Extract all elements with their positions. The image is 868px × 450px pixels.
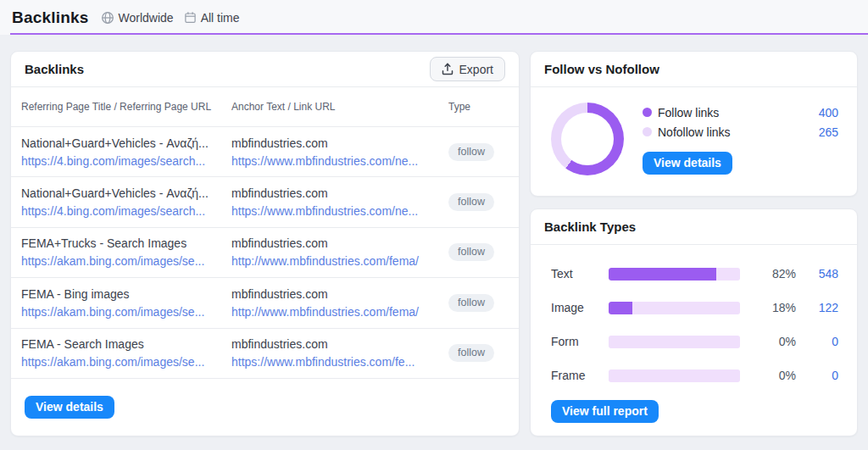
type-badge: follow (448, 294, 494, 312)
type-count-link[interactable]: 0 (796, 335, 838, 348)
table-row: FEMA - Bing images https://akam.bing.com… (11, 278, 519, 328)
anchor-text: mbfindustries.com (231, 337, 437, 351)
type-bar-fill (609, 302, 632, 314)
donut-hole (561, 113, 614, 165)
referring-page-title: FEMA - Search Images (21, 337, 220, 351)
types-card-body: Text 82% 548 Image 18% 122 Form 0% 0 Fra… (531, 245, 857, 392)
page-title: Backlinks (12, 8, 89, 27)
type-row-frame: Frame 0% 0 (551, 358, 838, 392)
referring-page-url-link[interactable]: https://4.bing.com/images/search... (21, 204, 220, 218)
top-header: Backlinks Worldwide All time (0, 0, 868, 35)
type-count-link[interactable]: 0 (796, 369, 838, 382)
referring-page-title: National+Guard+Vehicles - Αναζή... (21, 136, 220, 150)
type-percentage: 0% (745, 369, 796, 382)
column-header-type: Type (448, 101, 519, 113)
view-full-report-button[interactable]: View full report (551, 400, 659, 423)
view-details-button[interactable]: View details (643, 152, 732, 175)
export-icon (442, 63, 453, 75)
backlinks-card: Backlinks Export Referring Page Title / … (10, 51, 520, 436)
type-label: Text (551, 267, 609, 281)
types-footer: View full report (531, 392, 857, 423)
type-bar (609, 302, 740, 314)
follow-card-body: Follow links 400 Nofollow links 265 View… (531, 87, 857, 175)
backlink-types-card: Backlink Types Text 82% 548 Image 18% 12… (530, 208, 858, 436)
type-bar (609, 268, 740, 281)
legend-row-nofollow: Nofollow links 265 (643, 122, 838, 142)
anchor-text: mbfindustries.com (231, 287, 437, 301)
type-percentage: 18% (745, 301, 796, 314)
column-header-anchor: Anchor Text / Link URL (231, 101, 448, 113)
follow-vs-nofollow-card: Follow vs Nofollow Follow links 400 Nofo… (530, 51, 858, 197)
link-url-link[interactable]: http://www.mbfindustries.com/fema/ (231, 254, 437, 268)
referring-page-url-link[interactable]: https://akam.bing.com/images/se... (21, 305, 220, 319)
link-url-link[interactable]: https://www.mbfindustries.com/ne... (231, 154, 437, 168)
backlinks-card-header: Backlinks Export (11, 52, 519, 87)
link-url-link[interactable]: https://www.mbfindustries.com/fe... (231, 355, 437, 369)
types-card-header: Backlink Types (531, 209, 857, 245)
legend-row-follow: Follow links 400 (643, 103, 838, 122)
follow-card-header: Follow vs Nofollow (531, 52, 857, 87)
nofollow-count-link[interactable]: 265 (819, 125, 838, 139)
type-count-link[interactable]: 548 (796, 267, 838, 281)
export-button[interactable]: Export (430, 57, 505, 81)
scope-worldwide[interactable]: Worldwide (101, 11, 174, 25)
table-row: National+Guard+Vehicles - Αναζή... https… (11, 127, 519, 177)
type-badge: follow (448, 243, 494, 261)
follow-card-title: Follow vs Nofollow (544, 62, 659, 76)
calendar-icon (184, 11, 197, 24)
legend-button-wrap: View details (643, 152, 838, 175)
referring-page-url-link[interactable]: https://4.bing.com/images/search... (21, 154, 220, 168)
referring-page-url-link[interactable]: https://akam.bing.com/images/se... (21, 254, 220, 268)
follow-count-link[interactable]: 400 (819, 106, 838, 119)
type-badge: follow (448, 193, 494, 211)
view-details-button[interactable]: View details (25, 396, 114, 419)
referring-page-title: FEMA - Bing images (21, 287, 220, 301)
type-row-form: Form 0% 0 (551, 325, 838, 358)
types-card-title: Backlink Types (544, 219, 636, 234)
referring-page-url-link[interactable]: https://akam.bing.com/images/se... (21, 355, 220, 369)
donut-legend: Follow links 400 Nofollow links 265 View… (643, 103, 838, 175)
table-row: FEMA - Search Images https://akam.bing.c… (11, 329, 519, 379)
anchor-text: mbfindustries.com (231, 236, 437, 250)
globe-icon (101, 11, 114, 25)
table-row: FEMA+Trucks - Search Images https://akam… (11, 228, 519, 278)
type-bar (609, 336, 740, 348)
follow-dot-icon (643, 108, 652, 117)
period-all-time[interactable]: All time (184, 11, 240, 25)
purple-divider (10, 33, 868, 35)
type-percentage: 0% (745, 335, 796, 348)
type-bar (609, 369, 740, 382)
anchor-text: mbfindustries.com (231, 136, 437, 150)
period-label: All time (201, 11, 240, 25)
type-badge: follow (448, 344, 494, 362)
scope-label: Worldwide (119, 11, 174, 25)
table-row: National+Guard+Vehicles - Αναζή... https… (11, 177, 519, 227)
anchor-text: mbfindustries.com (231, 186, 437, 200)
follow-legend-label: Follow links (658, 106, 719, 119)
nofollow-dot-icon (643, 127, 652, 136)
table-footer: View details (11, 379, 519, 436)
backlinks-card-title: Backlinks (25, 62, 84, 76)
type-row-image: Image 18% 122 (551, 291, 838, 325)
type-row-text: Text 82% 548 (551, 257, 838, 291)
referring-page-title: National+Guard+Vehicles - Αναζή... (21, 186, 220, 200)
table-body: National+Guard+Vehicles - Αναζή... https… (11, 127, 519, 379)
type-label: Frame (551, 369, 609, 382)
type-percentage: 82% (745, 267, 796, 281)
follow-nofollow-donut-chart (551, 103, 624, 175)
link-url-link[interactable]: https://www.mbfindustries.com/ne... (231, 204, 437, 218)
type-label: Form (551, 335, 609, 348)
export-label: Export (459, 63, 493, 76)
referring-page-title: FEMA+Trucks - Search Images (21, 236, 220, 250)
link-url-link[interactable]: http://www.mbfindustries.com/fema/ (231, 305, 437, 319)
table-header-row: Referring Page Title / Referring Page UR… (11, 87, 519, 127)
type-count-link[interactable]: 122 (796, 301, 838, 314)
type-bar-fill (609, 268, 716, 281)
column-header-referring: Referring Page Title / Referring Page UR… (21, 101, 231, 113)
type-label: Image (551, 301, 609, 314)
nofollow-legend-label: Nofollow links (658, 125, 731, 139)
type-badge: follow (448, 143, 494, 161)
